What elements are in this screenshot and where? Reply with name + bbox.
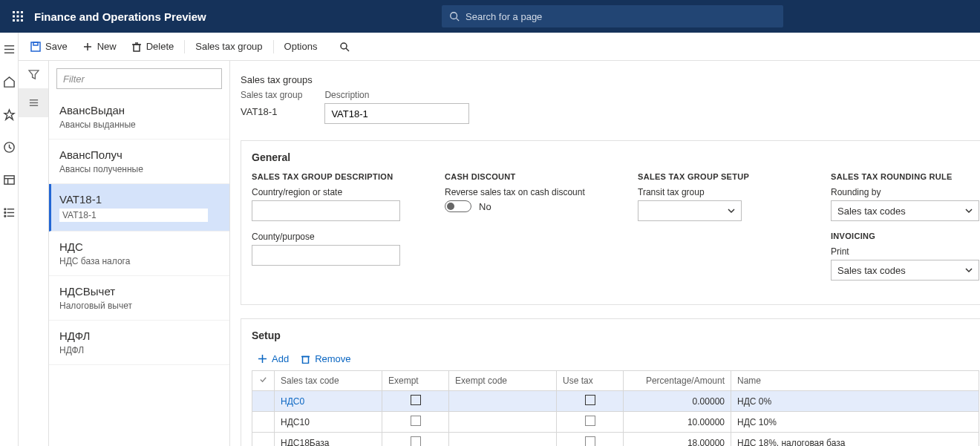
gen-reverse-label: Reverse sales tax on cash discount (445, 187, 593, 197)
gen-invoicing-head: INVOICING (831, 232, 979, 240)
filter-input[interactable] (56, 68, 222, 89)
app-launcher-icon[interactable] (6, 0, 30, 33)
list-item-title: НДФЛ (59, 329, 219, 342)
actionbar-group[interactable]: Sales tax group (189, 38, 268, 55)
search-box[interactable] (442, 5, 783, 27)
list-item-title: АвансВыдан (59, 104, 219, 117)
list-view-icon[interactable] (19, 89, 48, 117)
list-item[interactable]: VAT18-1VAT18-1 (49, 184, 229, 232)
delete-label: Delete (146, 41, 174, 52)
remove-button[interactable]: Remove (301, 353, 350, 364)
th-exempt-code[interactable]: Exempt code (449, 371, 557, 391)
gen-rounding-select[interactable]: Sales tax codes (831, 200, 979, 221)
cell-exempt[interactable] (382, 433, 449, 447)
list-item-sub: Авансы выданные (59, 119, 219, 130)
home-icon[interactable] (0, 73, 18, 91)
cell-code[interactable]: НДС0 (275, 391, 382, 412)
svg-line-32 (346, 48, 349, 51)
cell-name[interactable]: НДС 0% (731, 391, 979, 412)
list-item[interactable]: НДСВычетНалоговый вычет (49, 276, 229, 321)
topbar: Finance and Operations Preview (0, 0, 980, 33)
cell-usetax[interactable] (557, 433, 624, 447)
svg-rect-15 (4, 175, 13, 183)
actionbar: Save New Delete Sales tax group Options (19, 33, 980, 61)
filter-icon[interactable] (19, 61, 48, 89)
list-icon[interactable] (0, 203, 18, 221)
new-button[interactable]: New (76, 38, 122, 55)
list-item[interactable]: АвансВыданАвансы выданные (49, 95, 229, 140)
svg-rect-7 (17, 19, 19, 22)
general-title: General (252, 151, 979, 163)
svg-rect-38 (303, 357, 309, 364)
setup-card: Setup Add Remove Sales tax code Exempt E… (241, 318, 980, 446)
workspace-icon[interactable] (0, 171, 18, 188)
save-label: Save (45, 41, 68, 52)
actionbar-search-icon[interactable] (333, 39, 356, 55)
star-icon[interactable] (0, 105, 18, 123)
setup-title: Setup (252, 329, 979, 341)
actionbar-options[interactable]: Options (278, 38, 324, 55)
cell-pct[interactable]: 18.00000 (624, 433, 731, 447)
cell-name[interactable]: НДС 10% (731, 412, 979, 433)
gen-reverse-value: No (479, 201, 491, 212)
svg-line-10 (457, 19, 460, 22)
table-row[interactable]: НДС18База18.00000НДС 18%, налоговая база (252, 433, 979, 447)
th-usetax[interactable]: Use tax (557, 371, 624, 391)
list-item[interactable]: НДСНДС база налога (49, 232, 229, 276)
delete-button[interactable]: Delete (125, 38, 180, 55)
gen-transit-select[interactable] (638, 200, 742, 221)
clock-icon[interactable] (0, 138, 18, 156)
cell-pct[interactable]: 0.00000 (624, 391, 731, 412)
svg-rect-3 (13, 16, 15, 18)
header-group-value: VAT18-1 (241, 103, 302, 120)
list-item[interactable]: АвансПолучАвансы полученные (49, 140, 229, 184)
gen-col1-head: SALES TAX GROUP DESCRIPTION (252, 172, 400, 181)
cell-usetax[interactable] (557, 391, 624, 412)
cell-name[interactable]: НДС 18%, налоговая база (731, 433, 979, 447)
gen-reverse-toggle[interactable] (445, 200, 471, 212)
th-pct[interactable]: Percentage/Amount (624, 371, 731, 391)
th-code[interactable]: Sales tax code (275, 371, 382, 391)
new-label: New (97, 41, 117, 52)
gen-print-label: Print (831, 246, 979, 257)
general-card: General SALES TAX GROUP DESCRIPTION Coun… (241, 140, 980, 305)
add-button[interactable]: Add (258, 353, 289, 364)
svg-rect-24 (31, 42, 40, 51)
gen-country-input[interactable] (252, 200, 400, 221)
save-button[interactable]: Save (24, 38, 74, 55)
cell-usetax[interactable] (557, 412, 624, 433)
th-checkmark[interactable] (252, 371, 275, 391)
list-item[interactable]: НДФЛНДФЛ (49, 321, 229, 365)
th-name[interactable]: Name (731, 371, 979, 391)
search-input[interactable] (466, 11, 776, 22)
cell-pct[interactable]: 10.00000 (624, 412, 731, 433)
list-item-sub: Налоговый вычет (59, 301, 219, 311)
svg-point-22 (4, 215, 5, 217)
list-item-title: VAT18-1 (59, 193, 219, 206)
chevron-down-icon (965, 207, 973, 214)
list-item-sub: НДС база налога (59, 256, 219, 266)
cell-code[interactable]: НДС10 (275, 412, 382, 433)
gen-county-input[interactable] (252, 245, 400, 266)
svg-rect-25 (33, 42, 38, 45)
cell-exempt-code[interactable] (449, 391, 557, 412)
cell-exempt[interactable] (382, 391, 449, 412)
chevron-down-icon (728, 207, 735, 214)
header-desc-input[interactable] (324, 103, 469, 124)
search-icon (449, 11, 460, 22)
list-pane: АвансВыданАвансы выданныеАвансПолучАванс… (48, 61, 230, 446)
table-row[interactable]: НДС1010.00000НДС 10% (252, 412, 979, 433)
header-group-label: Sales tax group (241, 90, 302, 100)
cell-code[interactable]: НДС18База (275, 433, 382, 447)
svg-rect-8 (21, 19, 23, 22)
hamburger-icon[interactable] (0, 40, 18, 58)
svg-rect-4 (17, 16, 19, 18)
gen-print-select[interactable]: Sales tax codes (831, 260, 979, 281)
cell-exempt-code[interactable] (449, 433, 557, 447)
cell-exempt[interactable] (382, 412, 449, 433)
th-exempt[interactable]: Exempt (382, 371, 449, 391)
page-title: Sales tax groups (241, 74, 980, 85)
gen-rounding-label: Rounding by (831, 187, 979, 197)
cell-exempt-code[interactable] (449, 412, 557, 433)
table-row[interactable]: НДС00.00000НДС 0% (252, 391, 979, 412)
